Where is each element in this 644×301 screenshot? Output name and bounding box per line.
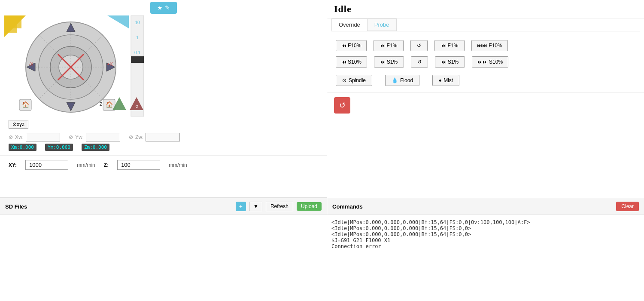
sd-add-button[interactable]: + xyxy=(236,202,246,211)
svg-marker-3 xyxy=(107,15,129,28)
edit-button[interactable]: ★ ✎ xyxy=(150,2,177,14)
spindle-back10-icon: ⏮ xyxy=(341,59,346,65)
svg-text:-X: -X xyxy=(29,61,34,67)
spindle-fwd1-label: S1% xyxy=(448,59,459,65)
xw-circle: ⊘ xyxy=(9,134,13,140)
feed-fwd10-label: F10% xyxy=(489,43,502,49)
svg-text:🏠: 🏠 xyxy=(22,101,30,108)
commands-content: <Idle|MPos:0.000,0.000,0.000|Bf:15,64|FS… xyxy=(327,215,644,301)
spindle-fwd1-icon: ⏭ xyxy=(441,59,447,65)
svg-text:-Z: -Z xyxy=(135,104,139,109)
spindle-fwd1-button[interactable]: ⏭ S1% xyxy=(435,56,465,68)
feed-back1-icon: ⏭ xyxy=(380,43,386,49)
zm-position: Zm:0.000 xyxy=(82,144,109,151)
feed-back10-label: F10% xyxy=(348,43,361,49)
sd-refresh-button[interactable]: Refresh xyxy=(266,202,293,211)
yw-label: Yw: xyxy=(75,134,84,140)
feed-fwd1-button[interactable]: ⏭ F1% xyxy=(434,40,465,51)
star-edit-icon: ★ xyxy=(157,4,163,11)
tab-probe[interactable]: Probe xyxy=(367,18,397,31)
sd-files-content xyxy=(0,215,327,301)
svg-rect-8 xyxy=(131,56,144,63)
ym-position: Ym:0.000 xyxy=(45,144,73,151)
yw-circle: ⊘ xyxy=(69,134,73,140)
flood-icon: 💧 xyxy=(392,77,398,83)
xw-input[interactable] xyxy=(26,133,60,141)
xm-position: Xm:0.000 xyxy=(9,144,36,151)
tab-override[interactable]: Override xyxy=(331,18,368,31)
xy-feed-unit: mm/min xyxy=(77,162,95,168)
svg-text:1: 1 xyxy=(136,35,139,40)
spindle-toggle-button[interactable]: ⊙ Spindle xyxy=(336,75,372,86)
sd-filter-button[interactable]: ▼ xyxy=(249,202,262,211)
feed-back1-label: F1% xyxy=(387,43,398,49)
spindle-reset-icon: ↺ xyxy=(417,59,422,65)
sd-files-title: SD Files xyxy=(5,203,232,210)
feed-fwd1-label: F1% xyxy=(448,43,459,49)
svg-text:🏠: 🏠 xyxy=(106,101,113,108)
svg-text:0.1: 0.1 xyxy=(134,50,140,55)
spindle-fwd10-icon: ⏭⏭ xyxy=(477,59,488,65)
spindle-fwd10-label: S10% xyxy=(489,59,503,65)
svg-marker-2 xyxy=(4,15,26,37)
z-feed-input[interactable] xyxy=(117,160,160,170)
zero-xyz-button[interactable]: ⊘xyz xyxy=(9,120,28,129)
machine-status: Idle xyxy=(334,3,352,14)
feed-fwd1-icon: ⏭ xyxy=(441,43,447,49)
zw-input[interactable] xyxy=(146,133,180,141)
feed-reset-icon: ↺ xyxy=(417,43,421,49)
spindle-toggle-label: Spindle xyxy=(349,77,366,83)
spindle-icon: ⊙ xyxy=(342,77,346,83)
z-feed-unit: mm/min xyxy=(169,162,187,168)
feed-back1-button[interactable]: ⏭ F1% xyxy=(374,40,404,51)
z-feed-label: Z: xyxy=(104,162,109,168)
mist-toggle-button[interactable]: ♦ Mist xyxy=(432,75,459,86)
zw-label: Zw: xyxy=(135,134,143,140)
clear-button[interactable]: Clear xyxy=(616,202,639,211)
spindle-back1-icon: ⏭ xyxy=(380,59,386,65)
feed-back10-icon: ⏮ xyxy=(341,43,346,49)
xy-feed-label: XY: xyxy=(9,162,17,168)
svg-text:10: 10 xyxy=(135,20,140,25)
mist-toggle-label: Mist xyxy=(444,77,453,83)
xy-feed-input[interactable] xyxy=(25,160,68,170)
sd-upload-button[interactable]: Upload xyxy=(297,202,322,211)
edit-icon: ✎ xyxy=(165,4,170,11)
spindle-fwd10-button[interactable]: ⏭⏭ S10% xyxy=(472,56,508,68)
spindle-back1-button[interactable]: ⏭ S1% xyxy=(374,56,404,68)
commands-title: Commands xyxy=(332,203,616,210)
spindle-back10-button[interactable]: ⏮ S10% xyxy=(336,56,367,68)
mist-icon: ♦ xyxy=(439,77,441,83)
spindle-back10-label: S10% xyxy=(348,59,361,65)
feed-fwd10-icon: ⏭⏭ xyxy=(477,43,487,49)
feed-fwd10-button[interactable]: ⏭⏭ F10% xyxy=(471,40,507,51)
yw-input[interactable] xyxy=(86,133,120,141)
xw-label: Xw: xyxy=(15,134,24,140)
svg-text:+X: +X xyxy=(107,61,113,67)
flood-toggle-label: Flood xyxy=(400,77,413,83)
jog-pad: 10 1 0.1 xyxy=(4,15,150,118)
feed-back10-button[interactable]: ⏮ F10% xyxy=(336,40,367,51)
reset-icon: ↺ xyxy=(339,101,346,110)
spindle-reset-button[interactable]: ↺ xyxy=(411,56,428,68)
flood-toggle-button[interactable]: 💧 Flood xyxy=(385,75,419,86)
svg-text:Z: Z xyxy=(100,102,102,107)
zw-circle: ⊘ xyxy=(129,134,133,140)
spindle-back1-label: S1% xyxy=(387,59,398,65)
feed-reset-button[interactable]: ↺ xyxy=(410,40,428,51)
machine-reset-button[interactable]: ↺ xyxy=(334,97,350,114)
